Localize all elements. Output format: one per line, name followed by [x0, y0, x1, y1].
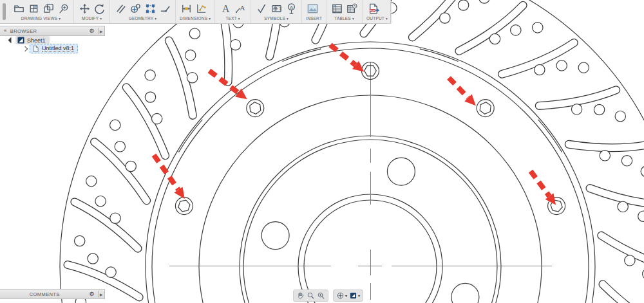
- annotation-arrow-tail: [449, 78, 468, 98]
- drill-hole: [95, 196, 106, 207]
- lug-hole: [387, 158, 415, 185]
- comments-panel-header[interactable]: COMMENTS ⚙ ▶: [0, 289, 105, 299]
- linear-dimension-icon[interactable]: [180, 2, 193, 15]
- annotation-arrow-tail: [330, 45, 355, 65]
- drill-hole: [115, 142, 125, 152]
- toolbar-group-label[interactable]: TEXT▾: [219, 16, 247, 21]
- section-view-icon[interactable]: [42, 2, 55, 15]
- browser-item-untitled[interactable]: Untitled v8:1: [0, 44, 105, 53]
- drill-hole: [145, 92, 155, 102]
- dropdown-caret-icon: ▾: [345, 293, 347, 298]
- display-settings-button[interactable]: ▾: [349, 291, 360, 300]
- browser-item-label[interactable]: Untitled v8:1: [42, 45, 74, 52]
- toolbar-group-label[interactable]: SYMBOLS▾: [255, 16, 298, 21]
- panel-expand-chevron-icon[interactable]: ▶: [100, 29, 103, 33]
- toolbar-group-text: AATEXT▾: [215, 0, 251, 23]
- parallel-lines-icon[interactable]: [114, 2, 127, 15]
- dropdown-caret-icon: ▾: [59, 17, 61, 21]
- text-icon[interactable]: A: [219, 2, 232, 15]
- toolbar-group-label[interactable]: MODIFY▾: [78, 16, 106, 21]
- drill-hole: [126, 161, 136, 171]
- comments-panel-title: COMMENTS: [0, 291, 90, 297]
- ordinate-dimension-icon[interactable]: [194, 2, 207, 15]
- drill-hole: [152, 113, 162, 124]
- collapsed-triangle-icon[interactable]: [23, 46, 28, 51]
- drill-hole: [489, 33, 500, 44]
- toolbar-group-label[interactable]: OUTPUT▾: [366, 16, 388, 21]
- insert-image-icon[interactable]: [306, 2, 319, 15]
- svg-text:PDF: PDF: [370, 8, 375, 12]
- toolbar-group-dimensions: DIMENSIONS▾: [176, 0, 215, 23]
- gear-icon[interactable]: ⚙: [90, 291, 95, 297]
- output-pdf-icon[interactable]: PDF: [366, 2, 379, 15]
- zoom-window-button[interactable]: [317, 291, 325, 300]
- browser-panel-header[interactable]: « BROWSER ⚙ ▶: [0, 26, 105, 36]
- toolbar-group-label[interactable]: DIMENSIONS▾: [180, 16, 211, 21]
- edge-extend-icon[interactable]: [158, 2, 171, 15]
- toolbar-group-tables: TABLES▾: [327, 0, 363, 23]
- drill-hole: [578, 62, 589, 73]
- drill-hole: [535, 64, 545, 75]
- pattern-icon[interactable]: [144, 2, 156, 15]
- surface-finish-icon[interactable]: [255, 2, 268, 15]
- move-icon[interactable]: [78, 2, 91, 15]
- drill-hole: [88, 253, 98, 264]
- sheet-icon: [17, 37, 24, 44]
- center-mark-icon[interactable]: [129, 2, 142, 15]
- drill-hole: [86, 176, 97, 186]
- hex-bolt-circle: [175, 197, 193, 215]
- expanded-triangle-icon[interactable]: [8, 37, 15, 44]
- rotor-slot-inner: [569, 144, 644, 147]
- panel-expand-chevron-icon[interactable]: ▶: [100, 292, 103, 297]
- toolbar-group-label[interactable]: GEOMETRY▾: [114, 16, 171, 21]
- drill-hole: [556, 60, 567, 71]
- datum-identifier-icon[interactable]: 1: [270, 2, 283, 15]
- panel-header-divider: [98, 28, 99, 34]
- comments-panel: COMMENTS ⚙ ▶: [0, 289, 105, 299]
- crescent-vent: [178, 120, 202, 152]
- toolbar-group-label[interactable]: DRAWING VIEWS▾: [12, 16, 70, 21]
- toolbar-group-modify: MODIFY▾: [74, 0, 110, 23]
- navigation-tools-group: [293, 289, 328, 302]
- drill-hole: [189, 28, 200, 39]
- gear-icon[interactable]: ⚙: [90, 28, 95, 34]
- dropdown-caret-icon: ▾: [358, 293, 360, 298]
- feature-control-icon[interactable]: A: [285, 2, 298, 15]
- drill-hole: [625, 255, 635, 266]
- projected-view-icon[interactable]: [27, 2, 40, 15]
- annotation-arrow-tail: [209, 71, 238, 93]
- leader-text-icon[interactable]: A: [234, 2, 247, 15]
- crescent-vent: [538, 120, 562, 152]
- toolbar-group-insert: INSERT: [302, 0, 327, 23]
- parts-list-icon[interactable]: [345, 2, 358, 15]
- dropdown-caret-icon: ▾: [238, 17, 240, 21]
- rotor-circle: [60, 0, 644, 303]
- display-settings-group: ▾▾: [333, 289, 363, 302]
- dropdown-caret-icon: ▾: [209, 17, 211, 21]
- grid-settings-button[interactable]: ▾: [336, 291, 347, 300]
- toolbar-grip-handle[interactable]: [3, 3, 6, 20]
- drill-hole: [641, 166, 644, 176]
- svg-text:1: 1: [279, 6, 281, 12]
- drill-hole: [110, 120, 120, 130]
- selected-item-highlight[interactable]: Untitled v8:1: [30, 44, 78, 53]
- rotor-slot-inner: [590, 188, 644, 205]
- toolbar-group-label[interactable]: INSERT: [306, 16, 322, 21]
- hex-bolt-hexagon: [178, 200, 190, 212]
- browser-item-label[interactable]: Sheet1: [27, 37, 46, 44]
- dropdown-caret-icon: ▾: [287, 17, 289, 21]
- detail-view-icon[interactable]: [57, 2, 70, 15]
- toolbar-group-drawing-views: DRAWING VIEWS▾: [8, 0, 74, 23]
- rotate-icon[interactable]: [93, 2, 106, 15]
- table-icon[interactable]: [330, 2, 343, 15]
- hex-bolt-hexagon: [480, 102, 491, 115]
- collapse-panel-icon[interactable]: «: [4, 28, 7, 33]
- drill-hole: [615, 111, 625, 122]
- base-view-icon[interactable]: [12, 2, 25, 15]
- annotation-arrow-tail: [154, 155, 178, 190]
- document-icon: [32, 45, 39, 52]
- drill-hole: [511, 25, 521, 35]
- zoom-button[interactable]: [307, 291, 315, 300]
- pan-hand-button[interactable]: [296, 291, 305, 300]
- toolbar-group-label[interactable]: TABLES▾: [330, 16, 358, 21]
